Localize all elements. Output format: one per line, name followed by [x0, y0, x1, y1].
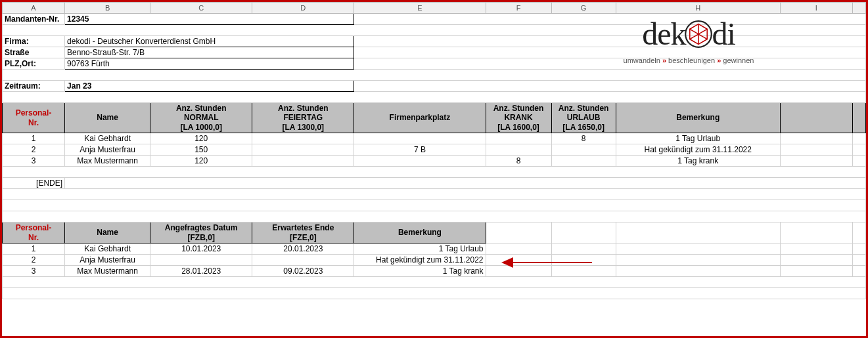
- cell[interactable]: [354, 133, 486, 144]
- col-I[interactable]: I: [780, 3, 852, 14]
- cell[interactable]: [486, 133, 551, 144]
- cell[interactable]: [486, 144, 551, 156]
- cell[interactable]: [252, 144, 354, 156]
- t2-hdr-name: Name: [65, 222, 150, 243]
- table-row[interactable]: 2 Anja Musterfrau 150 7 B Hat gekündigt …: [3, 144, 866, 156]
- cell[interactable]: Hat gekündigt zum 31.11.2022: [616, 144, 780, 156]
- t1-hdr-parkplatz: Firmenparkplatz: [354, 103, 486, 133]
- cell[interactable]: 120: [150, 133, 252, 144]
- cell[interactable]: [780, 144, 852, 156]
- cell[interactable]: Hat gekündigt zum 31.11.2022: [354, 254, 486, 265]
- column-header-row: A B C D E F G H I: [3, 3, 866, 14]
- table-row[interactable]: 3 Max Mustermann 28.01.2023 09.02.2023 1…: [3, 265, 866, 276]
- cell[interactable]: Max Mustermann: [65, 156, 150, 167]
- table-row[interactable]: 1 Kai Gebhardt 10.01.2023 20.01.2023 1 T…: [3, 243, 866, 254]
- cell[interactable]: 3: [3, 265, 65, 276]
- table-row[interactable]: 2 Anja Musterfrau Hat gekündigt zum 31.1…: [3, 254, 866, 265]
- t1-hdr-empty1: [780, 103, 852, 133]
- table-row[interactable]: 3 Max Mustermann 120 8 1 Tag krank: [3, 156, 866, 167]
- strasse-label: Straße: [3, 47, 65, 58]
- t1-hdr-personal: Personal-Nr.: [3, 103, 65, 133]
- t1-hdr-bemerkung: Bemerkung: [616, 103, 780, 133]
- cell[interactable]: [852, 144, 865, 156]
- zeitraum-value-cell[interactable]: Jan 23: [65, 81, 354, 92]
- table2-header-row: Personal-Nr. Name Angefragtes Datum[FZB,…: [3, 222, 866, 243]
- cell[interactable]: 3: [3, 156, 65, 167]
- strasse-value-cell[interactable]: Benno-Strauß-Str. 7/B: [65, 47, 354, 58]
- cell[interactable]: 1 Tag Urlaub: [616, 133, 780, 144]
- logo-tagline: umwandeln » beschleunigen » gewinnen: [597, 56, 781, 64]
- col-A[interactable]: A: [3, 3, 65, 14]
- table-row[interactable]: 1 Kai Gebhardt 120 8 1 Tag Urlaub: [3, 133, 866, 144]
- col-D[interactable]: D: [252, 3, 354, 14]
- table1-header-row: Personal-Nr. Name Anz. StundenNORMAL[LA …: [3, 103, 866, 133]
- col-F[interactable]: F: [486, 3, 551, 14]
- cell[interactable]: [780, 133, 852, 144]
- t1-hdr-name: Name: [65, 103, 150, 133]
- t1-hdr-urlaub: Anz. StundenURLAUB[LA 1650,0]: [551, 103, 616, 133]
- cell[interactable]: [551, 156, 616, 167]
- cell[interactable]: 28.01.2023: [150, 265, 252, 276]
- spreadsheet-frame: A B C D E F G H I Mandanten-Nr. 12345 Fi…: [0, 0, 868, 338]
- cell[interactable]: 10.01.2023: [150, 243, 252, 254]
- firma-value-cell[interactable]: dekodi - Deutscher Konverterdienst GmbH: [65, 36, 354, 47]
- col-B[interactable]: B: [65, 3, 150, 14]
- cell[interactable]: 2: [3, 254, 65, 265]
- plzort-label: PLZ,Ort:: [3, 58, 65, 70]
- t1-hdr-krank: Anz. StundenKRANK[LA 1600,0]: [486, 103, 551, 133]
- t1-hdr-feiertag: Anz. StundenFEIERTAG[LA 1300,0]: [252, 103, 354, 133]
- firma-label: Firma:: [3, 36, 65, 47]
- cell[interactable]: 1 Tag krank: [354, 265, 486, 276]
- col-end: [852, 3, 865, 14]
- cell[interactable]: [252, 133, 354, 144]
- cell[interactable]: Anja Musterfrau: [65, 144, 150, 156]
- annotation-arrow-icon: [501, 257, 593, 268]
- cell[interactable]: [852, 156, 865, 167]
- t2-hdr-erwartet: Erwartetes Ende[FZE,0]: [252, 222, 354, 243]
- t2-hdr-personal: Personal-Nr.: [3, 222, 65, 243]
- cell[interactable]: 1: [3, 133, 65, 144]
- cell[interactable]: [780, 156, 852, 167]
- cell[interactable]: [150, 254, 252, 265]
- cell[interactable]: 7 B: [354, 144, 486, 156]
- cell[interactable]: [852, 133, 865, 144]
- ende-marker: [ENDE]: [3, 178, 65, 189]
- zeitraum-label: Zeitraum:: [3, 81, 65, 92]
- col-H[interactable]: H: [616, 3, 780, 14]
- cell[interactable]: Max Mustermann: [65, 265, 150, 276]
- cell[interactable]: 1 Tag krank: [616, 156, 780, 167]
- t1-hdr-empty2: [852, 103, 865, 133]
- logo-text-post: di: [712, 16, 735, 51]
- col-E[interactable]: E: [354, 3, 486, 14]
- cell[interactable]: Kai Gebhardt: [65, 133, 150, 144]
- cell[interactable]: 1 Tag Urlaub: [354, 243, 486, 254]
- cell[interactable]: Kai Gebhardt: [65, 243, 150, 254]
- cell[interactable]: 8: [486, 156, 551, 167]
- plzort-value-cell[interactable]: 90763 Fürth: [65, 58, 354, 70]
- cell[interactable]: [252, 254, 354, 265]
- cell[interactable]: [551, 144, 616, 156]
- mandant-value-cell[interactable]: 12345: [65, 14, 354, 25]
- cell[interactable]: [252, 156, 354, 167]
- cell[interactable]: 2: [3, 144, 65, 156]
- cell[interactable]: 09.02.2023: [252, 265, 354, 276]
- cell[interactable]: 120: [150, 156, 252, 167]
- t2-hdr-angefragt: Angefragtes Datum[FZB,0]: [150, 222, 252, 243]
- gear-icon: [684, 20, 713, 54]
- t2-hdr-bemerkung: Bemerkung: [354, 222, 486, 243]
- cell[interactable]: Anja Musterfrau: [65, 254, 150, 265]
- dekodi-logo: dek di umwandeln » beschleunigen » gewin…: [597, 18, 781, 64]
- cell[interactable]: 20.01.2023: [252, 243, 354, 254]
- cell[interactable]: 150: [150, 144, 252, 156]
- cell[interactable]: 1: [3, 243, 65, 254]
- mandant-label: Mandanten-Nr.: [3, 14, 65, 25]
- cell[interactable]: 8: [551, 133, 616, 144]
- cell[interactable]: [354, 156, 486, 167]
- t1-hdr-normal: Anz. StundenNORMAL[LA 1000,0]: [150, 103, 252, 133]
- logo-text-pre: dek: [642, 16, 685, 51]
- col-G[interactable]: G: [551, 3, 616, 14]
- col-C[interactable]: C: [150, 3, 252, 14]
